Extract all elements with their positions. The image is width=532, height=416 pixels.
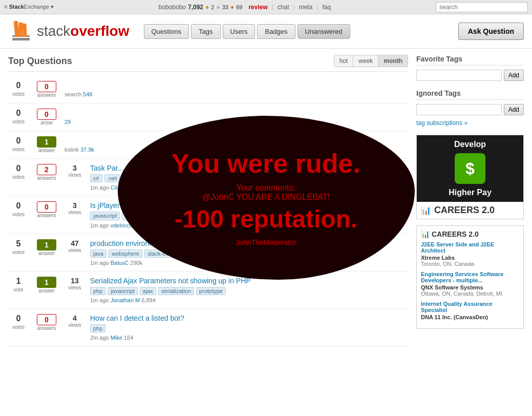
user-link[interactable]: 29 (65, 119, 71, 125)
question-title[interactable]: Is jPlayer compatible with PhoneGap? (90, 201, 408, 210)
vote-count-area: 1 vote (8, 277, 29, 293)
ignored-tags-title: Ignored Tags (416, 89, 524, 100)
tag-html5[interactable]: html5 (158, 212, 178, 220)
tag-custom-error[interactable]: custom-error-pages (247, 249, 303, 258)
user-link[interactable]: vdelricco (111, 222, 133, 228)
chat-link[interactable]: chat (278, 4, 289, 11)
votes-label: votes (12, 249, 25, 255)
badges-nav[interactable]: Badges (257, 24, 295, 39)
view-count: 4 (73, 314, 77, 322)
careers-ad-image[interactable]: Develop $ Higher Pay 📊 CAREERS 2.0 (416, 135, 524, 219)
question-item: 0 votes 0 answers 4 views How can I dete… (8, 309, 408, 346)
votes-label: votes (12, 147, 25, 152)
question-title[interactable]: Serialized Ajax Parameters not showing u… (90, 277, 408, 285)
tag-php2[interactable]: php (90, 324, 105, 332)
favorite-tag-input[interactable] (416, 70, 502, 81)
hot-filter[interactable]: hot (334, 55, 354, 67)
tag-dotnet[interactable]: .net (104, 174, 120, 182)
vote-count: 0 (16, 136, 21, 145)
question-meta: kolink 37.9k (65, 147, 408, 153)
tag-jplayer[interactable]: jplayer (213, 212, 236, 220)
question-title[interactable]: How can I detect a listed bot? (90, 314, 408, 322)
week-filter[interactable]: week (353, 55, 378, 67)
tags-nav[interactable]: Tags (191, 24, 220, 39)
ask-question-button[interactable]: Ask Question (458, 23, 524, 40)
tag-ajax[interactable]: ajax (140, 287, 156, 295)
ignored-tag-input[interactable] (416, 104, 502, 115)
views-label: views (68, 322, 81, 328)
tag-tpl[interactable]: task-parallel-library (122, 174, 176, 182)
user-link[interactable]: 548 (83, 91, 92, 97)
divider2: | (293, 4, 295, 11)
month-filter[interactable]: month (378, 55, 408, 67)
vote-count: 0 (16, 109, 21, 118)
tag-subscriptions-link[interactable]: tag subscriptions » (416, 119, 524, 127)
question-meta: 1m ago BalusC 290k (90, 260, 408, 266)
sidebar: Favorite Tags Add Ignored Tags Add tag s… (416, 55, 524, 346)
answers-label: answers (37, 175, 56, 181)
question-title[interactable]: production environnement - http 500 erro… (90, 239, 408, 247)
review-link[interactable]: review (248, 4, 267, 11)
tag-php[interactable]: php (90, 287, 105, 295)
user-link[interactable]: BalusC (111, 260, 129, 266)
votes-label: votes (12, 91, 25, 97)
question-title[interactable] (65, 81, 408, 89)
questions-content: Top Questions hot week month 0 votes 0 a… (8, 55, 408, 346)
favorite-tag-input-row: Add (416, 70, 524, 81)
user-link[interactable]: 37.9k (80, 147, 94, 153)
users-nav[interactable]: Users (223, 24, 256, 39)
unanswered-nav[interactable]: Unanswered (297, 24, 350, 39)
user-link[interactable]: Jonathan M (111, 297, 140, 303)
tag-serialization[interactable]: serialization (158, 287, 194, 295)
stackoverflow-logo-icon (8, 18, 34, 44)
tag-android[interactable]: 🤖 android (122, 212, 156, 220)
tag-phonegap[interactable]: phonegap (180, 212, 211, 220)
faq-link[interactable]: faq (323, 4, 331, 11)
site-logo[interactable]: stackoverflow (8, 18, 130, 44)
answers-label: answer (38, 251, 55, 256)
answer-count-area: 1 answer (34, 277, 59, 294)
tag-csharp[interactable]: c# (90, 174, 102, 182)
user-link[interactable]: Mike (111, 335, 122, 341)
vote-count-area: 0 votes (8, 201, 29, 217)
votes-label: votes (12, 212, 25, 217)
answer-count-area: 0 answ (34, 109, 59, 126)
tag-javascript[interactable]: javascript (90, 212, 120, 220)
job-title-3[interactable]: Internet Quality Assurance Specialist (421, 301, 519, 313)
tag-java[interactable]: java (90, 249, 107, 258)
question-title[interactable]: Task Par... ...tException... (90, 164, 408, 172)
search-input[interactable] (436, 2, 528, 12)
meta-link[interactable]: meta (299, 4, 313, 11)
answer-count: 0 (37, 109, 56, 120)
job-entry-1: J2EE Server Side and J2EE Architect Xtre… (421, 241, 519, 267)
vote-count: 0 (16, 314, 21, 323)
vote-count-area: 5 votes (8, 239, 29, 255)
questions-nav[interactable]: Questions (144, 24, 189, 39)
user-link[interactable]: CitadelCSAlum (111, 184, 149, 191)
job-title-2[interactable]: Engineering Services Software Developers… (421, 271, 519, 283)
bronze-count: 69 (236, 4, 242, 10)
question-title[interactable] (65, 136, 408, 144)
stackexchange-logo[interactable]: ≡ StackExchange ▾ (4, 4, 54, 10)
tag-prod-env[interactable]: production-environment (180, 249, 246, 258)
tag-stack-trace[interactable]: stack-trace (144, 249, 178, 258)
tag-prototype[interactable]: prototype (196, 287, 226, 295)
careers2-logo: 📊 CAREERS 2.0 (421, 230, 519, 238)
tag-websphere[interactable]: websphere (109, 249, 142, 258)
username[interactable]: bobobobo (159, 4, 186, 11)
job-title-1[interactable]: J2EE Server Side and J2EE Architect (421, 241, 519, 254)
favorite-add-button[interactable]: Add (504, 70, 524, 81)
question-item: 5 votes 1 answer 47 views production env… (8, 234, 408, 272)
answer-count: 1 (37, 277, 56, 288)
view-count-area: 4 views (65, 314, 85, 328)
votes-label: votes (12, 324, 25, 330)
question-item: 0 votes 0 answ 29 (8, 103, 408, 131)
vote-count-area: 0 votes (8, 164, 29, 180)
tag-javascript2[interactable]: javascript (108, 287, 137, 295)
question-title[interactable] (65, 109, 408, 117)
favorite-tags-title: Favorite Tags (416, 55, 524, 66)
topbar-center: bobobobo 7,092 ●2 ●33 ●69 review | chat … (54, 4, 436, 11)
answer-count-area: 0 answers (34, 201, 59, 218)
views-label: views (68, 247, 81, 253)
ignored-add-button[interactable]: Add (504, 104, 524, 115)
